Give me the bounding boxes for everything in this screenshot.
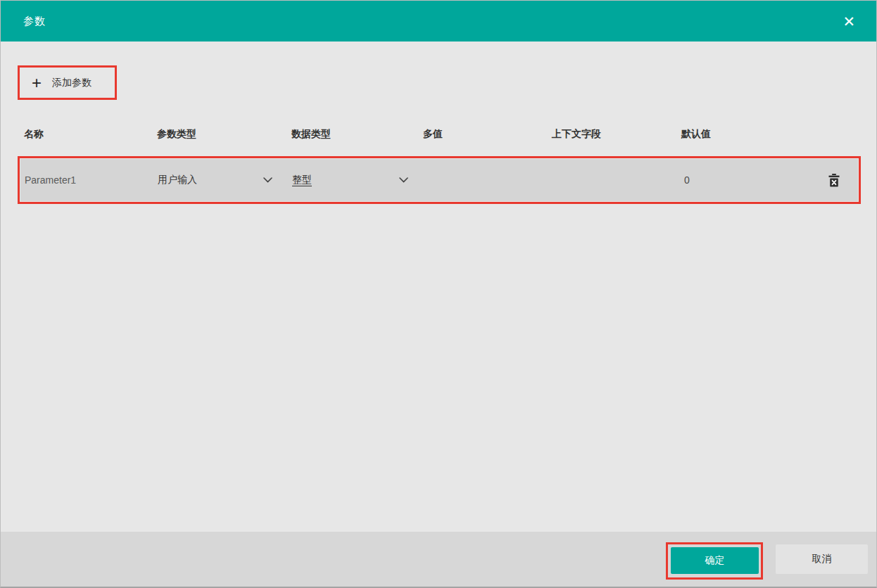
- parameters-dialog: 参数 ✕ + 添加参数 名称 参数类型 数据类型 多值 上下文字段 默认值 Pa…: [0, 0, 877, 588]
- ok-button[interactable]: 确定: [671, 547, 759, 574]
- dialog-title: 参数: [23, 15, 46, 28]
- table-header-row: 名称 参数类型 数据类型 多值 上下文字段 默认值: [24, 128, 858, 141]
- delete-cell: [828, 174, 858, 187]
- header-param-type: 参数类型: [157, 128, 291, 141]
- param-type-dropdown[interactable]: 用户输入: [158, 174, 292, 186]
- chevron-down-icon: [263, 177, 272, 183]
- header-context-field: 上下文字段: [552, 128, 681, 141]
- add-parameter-label: 添加参数: [52, 77, 92, 89]
- add-parameter-button[interactable]: + 添加参数: [20, 68, 115, 98]
- header-default-value: 默认值: [681, 128, 858, 141]
- chevron-down-icon: [399, 177, 408, 183]
- parameter-row-highlight: Parameter1 用户输入 整型 0: [18, 156, 861, 204]
- add-parameter-highlight: + 添加参数: [18, 65, 117, 100]
- dialog-header: 参数 ✕: [1, 1, 876, 41]
- param-type-value: 用户输入: [158, 174, 197, 186]
- data-type-value: 整型: [292, 174, 312, 186]
- header-multi-value: 多值: [423, 128, 552, 141]
- plus-icon: +: [32, 75, 42, 91]
- trash-delete-icon[interactable]: [828, 174, 840, 187]
- header-data-type: 数据类型: [291, 128, 423, 141]
- parameter-name-value[interactable]: Parameter1: [25, 174, 158, 186]
- default-value[interactable]: 0: [682, 174, 828, 186]
- cancel-button[interactable]: 取消: [776, 544, 868, 574]
- close-icon[interactable]: ✕: [843, 14, 855, 29]
- table-row: Parameter1 用户输入 整型 0: [20, 159, 858, 201]
- header-name: 名称: [24, 128, 157, 141]
- data-type-dropdown[interactable]: 整型: [292, 174, 424, 186]
